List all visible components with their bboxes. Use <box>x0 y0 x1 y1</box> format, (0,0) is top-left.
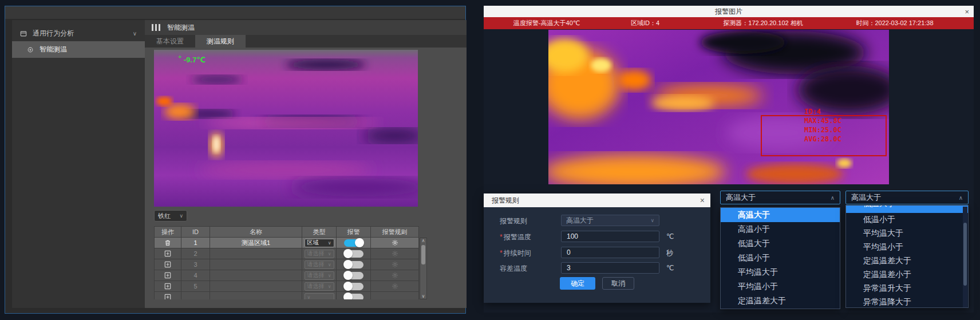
option-item[interactable]: 定温温差小于 <box>721 308 840 309</box>
option-item[interactable]: 平均温大于 <box>721 265 840 279</box>
config-window: 通用行为分析 ∨ 智能测温 智能测温 基本设置 测温规则 <box>5 6 466 314</box>
unit-label: ℃ <box>666 264 674 272</box>
table-row: 4 请选择∨ <box>154 270 419 281</box>
alarm-temperature-input[interactable] <box>561 231 659 242</box>
alarm-toggle[interactable] <box>344 239 363 247</box>
add-region-button[interactable] <box>163 271 173 279</box>
main-panel: 智能测温 基本设置 测温规则 <box>145 20 467 308</box>
option-item[interactable]: 低温小于 <box>721 251 840 265</box>
chevron-down-icon: ∨ <box>328 273 331 278</box>
gear-icon <box>392 250 398 257</box>
roi-avg-label: AVG:28.0C <box>804 135 841 143</box>
option-item-partial[interactable]: 低温大于 <box>846 206 968 213</box>
type-select[interactable]: 请选择∨ <box>305 250 334 258</box>
gear-icon <box>392 283 398 290</box>
roi-min-label: MIN:25.0C <box>804 126 841 134</box>
alarm-rule-button[interactable] <box>392 239 398 246</box>
rule-type-select[interactable]: 高温大于 ∨ <box>561 215 659 226</box>
scrollbar-thumb[interactable] <box>963 223 967 286</box>
option-item[interactable]: 高温大于 <box>721 208 840 222</box>
dialog-titlebar: 报警图片 × <box>484 6 974 17</box>
thermal-preview-canvas[interactable]: + -9.7℃ <box>154 50 418 207</box>
gear-icon <box>392 239 398 246</box>
tolerance-input[interactable] <box>561 262 659 274</box>
type-select[interactable]: ∨ <box>305 293 334 300</box>
table-row-partial: ∨ <box>154 292 419 299</box>
type-select[interactable]: 请选择∨ <box>305 260 334 269</box>
scrollbar-thumb[interactable] <box>421 245 425 264</box>
type-select[interactable]: 区域∨ <box>305 239 334 247</box>
sidebar-item-behavior-analysis[interactable]: 通用行为分析 ∨ <box>12 26 145 41</box>
field-row-rule: 报警规则 高温大于 ∨ <box>484 215 710 226</box>
palette-select[interactable]: 铁红 ∨ <box>154 210 187 222</box>
add-region-button[interactable] <box>163 282 173 290</box>
row-id: 2 <box>181 248 210 259</box>
required-mark: * <box>500 233 503 241</box>
roi-max-label: MAX:45.8C <box>804 117 841 125</box>
field-label: 容差温度 <box>500 264 527 274</box>
tab-basic-settings[interactable]: 基本设置 <box>145 35 195 48</box>
screenshot-canvas: 通用行为分析 ∨ 智能测温 智能测温 基本设置 测温规则 <box>0 0 980 320</box>
duration-input[interactable] <box>561 247 659 258</box>
option-item[interactable]: 平均温小于 <box>846 240 968 254</box>
dropdown-select[interactable]: 高温大于 ∧ <box>845 191 969 204</box>
col-operation: 操作 <box>154 226 181 238</box>
add-region-button[interactable] <box>163 260 173 268</box>
dropdown-select[interactable]: 高温大于 ∧ <box>720 191 840 204</box>
col-alarm: 报警 <box>337 226 371 238</box>
scroll-up-icon[interactable]: ∧ <box>420 238 426 243</box>
gear-icon <box>392 272 398 279</box>
add-region-button[interactable] <box>163 293 173 299</box>
table-scrollbar[interactable]: ∧ ∨ <box>420 238 427 299</box>
scroll-down-icon[interactable]: ∨ <box>420 294 426 299</box>
chevron-up-icon: ∧ <box>959 195 963 201</box>
alarm-rule-button[interactable] <box>392 261 398 268</box>
option-item[interactable]: 定温温差大于 <box>721 294 840 308</box>
option-item[interactable]: 高温小于 <box>721 222 840 236</box>
dropdown-value: 高温大于 <box>851 192 881 203</box>
tab-content: + -9.7℃ 铁红 ∨ 操作 ID 名称 <box>145 48 467 308</box>
alarm-toggle[interactable] <box>344 272 363 279</box>
spot-marker: + <box>178 53 181 60</box>
panel-header: 智能测温 <box>145 20 467 35</box>
option-item[interactable]: 平均温小于 <box>721 279 840 294</box>
chevron-down-icon: ∨ <box>133 30 137 37</box>
row-name <box>210 281 302 292</box>
close-icon[interactable]: × <box>965 6 969 17</box>
unit-label: 秒 <box>666 248 673 258</box>
alarm-rule-button[interactable] <box>392 250 398 257</box>
window-top-bar <box>5 6 465 19</box>
option-item[interactable]: 低温小于 <box>846 213 968 227</box>
alarm-rule-button[interactable] <box>392 272 398 279</box>
row-id: 5 <box>181 281 210 292</box>
dropdown-scrollbar[interactable] <box>963 207 967 307</box>
option-item[interactable]: 异常温降大于 <box>846 295 968 308</box>
option-item[interactable]: 低温大于 <box>721 236 840 251</box>
plus-square-icon <box>164 294 171 299</box>
tab-thermometry-rules[interactable]: 测温规则 <box>195 35 246 48</box>
row-name <box>210 270 302 281</box>
alarm-rule-button[interactable] <box>392 283 398 290</box>
type-select[interactable]: 请选择∨ <box>305 282 334 291</box>
delete-region-button[interactable] <box>163 239 173 247</box>
option-item[interactable]: 定温温差小于 <box>846 268 968 282</box>
alarm-toggle[interactable] <box>344 261 363 268</box>
alarm-detector-text: 探测器：172.20.20.102 相机 <box>723 17 803 29</box>
alarm-toggle[interactable] <box>344 283 363 290</box>
option-item[interactable]: 平均温大于 <box>846 227 968 240</box>
option-item[interactable]: 定温温差大于 <box>846 254 968 268</box>
add-region-button[interactable] <box>163 250 173 258</box>
plus-square-icon <box>164 272 171 279</box>
field-row-tolerance: 容差温度 ℃ <box>484 262 710 274</box>
field-label: 持续时间 <box>504 249 531 257</box>
option-item[interactable]: 异常温升大于 <box>846 282 968 295</box>
alarm-toggle[interactable] <box>344 250 363 258</box>
chevron-down-icon: ∨ <box>307 295 311 300</box>
confirm-button[interactable]: 确定 <box>560 277 595 290</box>
required-mark: * <box>500 249 503 257</box>
alarm-toggle[interactable] <box>344 294 363 300</box>
cancel-button[interactable]: 取消 <box>602 277 634 290</box>
type-select[interactable]: 请选择∨ <box>305 271 334 280</box>
close-icon[interactable]: × <box>700 193 705 207</box>
sidebar-item-smart-thermometry[interactable]: 智能测温 <box>12 41 145 58</box>
